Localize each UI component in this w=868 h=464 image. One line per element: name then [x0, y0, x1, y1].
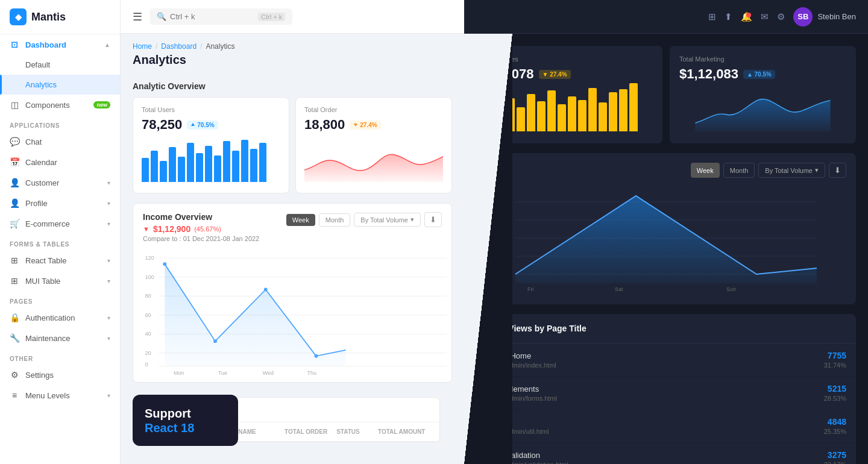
bar — [578, 100, 587, 131]
svg-text:120: 120 — [145, 255, 154, 261]
sidebar-item-settings[interactable]: ⚙ Settings — [0, 365, 120, 385]
sidebar-item-profile[interactable]: 👤 Profile ▾ — [0, 193, 120, 213]
bar — [250, 149, 257, 182]
ecommerce-icon: 🛒 — [10, 219, 19, 228]
sidebar-item-authentication[interactable]: 🔒 Authentication ▾ — [0, 307, 120, 328]
dark-month-button[interactable]: Month — [723, 163, 755, 178]
pv-count-4: 3275 — [824, 450, 846, 460]
sidebar-item-label: MUI Table — [25, 277, 60, 286]
bar — [527, 94, 535, 131]
volume-button[interactable]: By Total Volume ▾ — [354, 213, 421, 227]
sidebar-item-label: React Table — [25, 256, 66, 265]
menu-toggle-button[interactable]: ☰ — [133, 10, 142, 24]
search-box[interactable]: 🔍 Ctrl + k — [149, 8, 292, 25]
svg-point-21 — [314, 354, 318, 358]
sidebar-item-label: Menu Levels — [25, 391, 70, 400]
support-popup-subtitle: React 18 — [145, 421, 226, 435]
bar — [160, 161, 167, 182]
breadcrumb-dashboard[interactable]: Dashboard — [161, 42, 197, 51]
sidebar-item-dashboard[interactable]: ⊡ Dashboard ▲ — [0, 34, 120, 55]
sidebar-item-customer[interactable]: 👤 Customer ▾ — [0, 172, 120, 193]
dark-side: Total Sales $35,078 ▼ 27.4% — [464, 34, 868, 464]
dark-week-button[interactable]: Week — [691, 163, 720, 178]
sidebar-item-react-table[interactable]: ⊞ React Table ▾ — [0, 250, 120, 271]
avatar: SB — [793, 7, 813, 27]
sidebar-item-default[interactable]: Default — [0, 55, 120, 75]
maintenance-icon: 🔧 — [10, 333, 19, 343]
chevron-up-icon: ▲ — [104, 42, 110, 48]
page-view-item-3: Utilities /demo/admin/util.html 4848 25.… — [476, 410, 856, 443]
bar — [599, 102, 607, 131]
user-avatar-button[interactable]: SB Stebin Ben — [793, 7, 856, 27]
upload-icon[interactable]: ⬆ — [725, 11, 732, 22]
sidebar-item-mui-table[interactable]: ⊞ MUI Table ▾ — [0, 271, 120, 291]
stat-value-orders: 18,800 27.4% — [304, 117, 443, 133]
sidebar-item-label: Analytics — [25, 80, 57, 89]
bar — [629, 83, 638, 131]
stat-badge-sales: ▼ 27.4% — [539, 70, 571, 79]
sidebar-item-components[interactable]: ◫ Components new — [0, 95, 120, 115]
breadcrumb-current: Analytics — [206, 42, 234, 51]
components-icon: ◫ — [10, 100, 19, 110]
bar — [187, 143, 194, 182]
dark-content: Total Sales $35,078 ▼ 27.4% — [464, 34, 868, 464]
stat-badge-orders: 27.4% — [350, 121, 380, 130]
sidebar-item-ecommerce[interactable]: 🛒 E-commerce ▾ — [0, 213, 120, 234]
sidebar-logo[interactable]: ◆ Mantis — [0, 0, 120, 34]
income-compare: Compare to : 01 Dec 2021-08 Jan 2022 — [143, 235, 259, 242]
sidebar-item-maintenance[interactable]: 🔧 Maintenance ▾ — [0, 328, 120, 348]
bar — [241, 140, 248, 182]
dark-download-button[interactable]: ⬇ — [829, 163, 846, 178]
breadcrumb-sep-1: / — [156, 42, 157, 51]
download-button[interactable]: ⬇ — [424, 212, 442, 227]
col-status: STATUS — [336, 428, 378, 435]
mail-icon[interactable]: ✉ — [761, 11, 769, 22]
username: Stebin Ben — [817, 12, 856, 21]
svg-point-20 — [264, 288, 268, 292]
bar — [223, 141, 230, 182]
dark-volume-button[interactable]: By Total Volume ▾ — [758, 163, 825, 178]
income-controls: Week Month By Total Volume ▾ ⬇ — [286, 212, 442, 227]
sidebar-item-analytics[interactable]: Analytics — [0, 75, 120, 95]
search-input[interactable] — [170, 12, 254, 21]
other-label: Other — [0, 348, 120, 365]
sidebar-item-calendar[interactable]: 📅 Calendar — [0, 152, 120, 172]
svg-text:40: 40 — [145, 331, 151, 337]
svg-text:Wed: Wed — [263, 370, 274, 375]
breadcrumb-home[interactable]: Home — [133, 42, 152, 51]
bar — [214, 155, 221, 182]
chevron-down-icon: ▾ — [107, 278, 110, 284]
stat-value-users: 78,250 70.5% — [142, 117, 280, 133]
sidebar-item-label: Components — [25, 101, 70, 110]
bar — [151, 151, 158, 182]
month-button[interactable]: Month — [319, 213, 351, 227]
sidebar-item-label: Maintenance — [25, 334, 70, 343]
sidebar-item-label: Dashboard — [25, 40, 66, 49]
bar — [619, 89, 627, 131]
page-view-item-1: Admin Home /demo/admin/index.html 7755 3… — [476, 343, 856, 377]
notification-icon[interactable]: 🔔 — [741, 11, 752, 22]
settings-icon[interactable]: ⚙ — [777, 11, 785, 22]
topbar-light: ☰ 🔍 Ctrl + k — [121, 0, 464, 34]
page-header: Home / Dashboard / Analytics Analytics — [121, 34, 464, 73]
stat-card-marketing: Total Marketing $1,12,083 ▲ 70.5% — [670, 46, 856, 143]
week-button[interactable]: Week — [286, 214, 315, 226]
section-title: Analytic Overview — [121, 73, 464, 97]
income-title: Income Overview — [143, 212, 259, 222]
auth-icon: 🔒 — [10, 313, 19, 322]
grid-icon[interactable]: ⊞ — [708, 11, 716, 22]
support-popup[interactable]: Support React 18 — [133, 395, 238, 446]
svg-text:Fri: Fri — [527, 286, 534, 292]
sidebar-item-chat[interactable]: 💬 Chat — [0, 131, 120, 152]
bar — [568, 96, 576, 131]
dark-triangle-chart: Fri Sat Sun — [486, 184, 846, 292]
svg-text:80: 80 — [145, 293, 151, 299]
sidebar-item-menu-levels[interactable]: ≡ Menu Levels ▾ — [0, 385, 120, 406]
income-section: Income Overview ▼ $1,12,900 (45.67%) Com… — [133, 203, 452, 383]
income-header: Income Overview ▼ $1,12,900 (45.67%) Com… — [133, 204, 451, 242]
bar — [196, 153, 203, 182]
stat-badge-users: 70.5% — [187, 121, 218, 130]
main-area: ☰ 🔍 Ctrl + k ⊞ ⬆ 🔔 ✉ ⚙ SB Stebin Ben — [121, 0, 868, 464]
area-chart-marketing — [679, 89, 846, 131]
bar — [259, 143, 266, 182]
